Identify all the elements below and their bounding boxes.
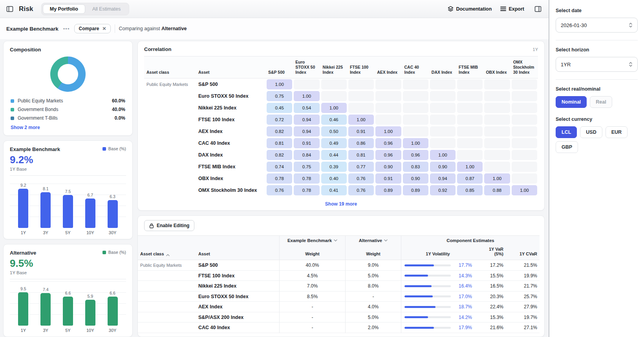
correlation-value: 0.87 [457,173,483,184]
divider [556,79,638,80]
alternative-weight-cell[interactable]: 5.0% [345,312,401,323]
volatility-value: 16.4% [455,283,472,289]
correlation-cell: 1.00 [456,161,483,173]
column-header: Euro STOXX 50 Index [293,56,320,78]
benchmark-weight-cell[interactable]: - [279,322,345,333]
correlation-value: 1.00 [348,115,374,125]
export-button[interactable]: Export [500,6,524,12]
correlation-cell [511,149,538,161]
bar-value-label: 9.2 [20,183,26,188]
correlation-value: 1.00 [430,150,456,160]
benchmark-weight-cell[interactable]: 7.0% [279,281,345,291]
x-axis-label: 3Y [37,230,54,235]
weights-table-card: Enable Editing Example BenchmarkAlternat… [137,215,545,337]
correlation-cell: 1.00 [320,102,348,114]
divider [556,40,638,40]
documentation-button[interactable]: Documentation [448,6,492,12]
alternative-weight-cell[interactable]: 5.0% [345,271,401,281]
benchmark-weight-cell[interactable]: - [279,302,345,312]
benchmark-weight-cell[interactable]: 4.5% [279,271,345,281]
alternative-weight-cell[interactable]: - [345,291,401,302]
enable-editing-button[interactable]: Enable Editing [144,220,194,231]
column-header-asset-class: Asset class [144,56,196,78]
compare-chip-label: Compare [79,26,99,31]
group-header-alternative[interactable]: Alternative [345,235,401,245]
benchmark-headline-caption: 1Y Base [10,167,126,171]
correlation-cell: 0.83 [402,161,429,173]
horizon-select-value: 1YR [561,62,571,67]
composition-show-more-link[interactable]: Show 2 more [10,125,41,130]
alternative-weight-cell[interactable]: 4.0% [345,302,401,312]
x-axis-label: 30Y [104,328,121,333]
tab-my-portfolio[interactable]: My Portfolio [43,4,85,14]
currency-gbp-button[interactable]: GBP [556,141,578,153]
volatility-cell: 17.9% [401,322,474,333]
currency-lcl-button[interactable]: LCL [556,126,577,138]
correlation-cell [511,102,538,114]
toggle-nominal-button[interactable]: Nominal [556,96,587,108]
alternative-weight-cell[interactable]: 2.0% [345,322,401,333]
empty-cell [484,115,510,125]
empty-cell [403,79,428,89]
benchmark-weight-cell[interactable]: 40.0% [279,260,345,271]
volatility-cell: 17.7% [401,260,474,271]
alternative-weight-cell[interactable]: 9.0% [345,260,401,271]
correlation-cell: 0.82 [266,126,293,137]
group-header-example-benchmark[interactable]: Example Benchmark [279,235,345,245]
column-header-asset-class[interactable]: Asset class [138,245,196,260]
asset-class-cell [144,161,196,173]
correlation-cell [456,137,483,149]
correlation-show-more-link[interactable]: Show 19 more [325,201,357,207]
close-icon[interactable]: ✕ [102,26,106,31]
correlation-cell [402,102,429,114]
currency-usd-button[interactable]: USD [580,126,602,138]
empty-cell [403,91,428,101]
correlation-cell [483,78,510,90]
column-header: FTSE MIB Index [456,56,483,78]
cvar-cell: 27.9% [506,302,540,312]
cvar-cell: 27.1% [506,322,540,333]
correlation-value: 0.77 [348,162,374,172]
legend-label: Base (%) [108,146,126,151]
empty-cell [403,103,428,113]
correlation-cell: 0.91 [293,137,320,149]
asset-class-cell [138,291,196,302]
date-select[interactable]: 2026-01-30 [556,18,638,33]
right-panel-toggle-button[interactable] [533,4,543,14]
bar [85,199,95,228]
compare-chip[interactable]: Compare ✕ [74,24,110,33]
asset-class-cell [138,281,196,291]
column-header-asset[interactable]: Asset [196,245,279,260]
empty-cell [294,79,319,89]
column-header-var: 1Y VaR(5%) [474,245,506,260]
x-axis-label: 1Y [15,328,32,333]
tab-all-estimates[interactable]: All Estimates [85,4,128,14]
benchmark-weight-cell[interactable]: - [279,312,345,323]
correlation-cell: 0.86 [348,137,375,149]
correlation-cell [483,126,510,137]
app-title: Risk [19,5,33,13]
correlation-value: 0.78 [294,173,319,184]
more-options-button[interactable]: ••• [62,25,71,33]
sidebar-toggle-button[interactable] [5,4,15,14]
asset-name-cell: Euro STOXX 50 Index [196,90,266,102]
x-axis-label: 5Y [59,328,77,333]
currency-eur-button[interactable]: EUR [606,126,628,138]
correlation-value: 0.46 [321,115,347,125]
horizon-select[interactable]: 1YR [556,57,638,72]
alternative-weight-cell[interactable]: 8.0% [345,281,401,291]
asset-name-cell: CAC 40 Index [196,322,279,333]
correlation-cell: 0.82 [266,149,293,161]
benchmark-weight-cell[interactable]: 8.5% [279,291,345,302]
bar [40,192,51,228]
correlation-cell: 0.54 [293,102,320,114]
correlation-cell: 0.88 [483,184,510,196]
settings-sidebar: Select date 2026-01-30 Select horizon 1Y… [549,0,644,337]
menu-lines-icon [500,6,506,11]
correlation-value: 0.88 [484,185,510,195]
correlation-cell: 0.39 [320,161,348,173]
volatility-value: 17.9% [455,325,472,330]
toggle-real-button[interactable]: Real [590,96,612,108]
asset-class-cell [138,271,196,281]
correlation-value: 0.54 [294,103,319,113]
